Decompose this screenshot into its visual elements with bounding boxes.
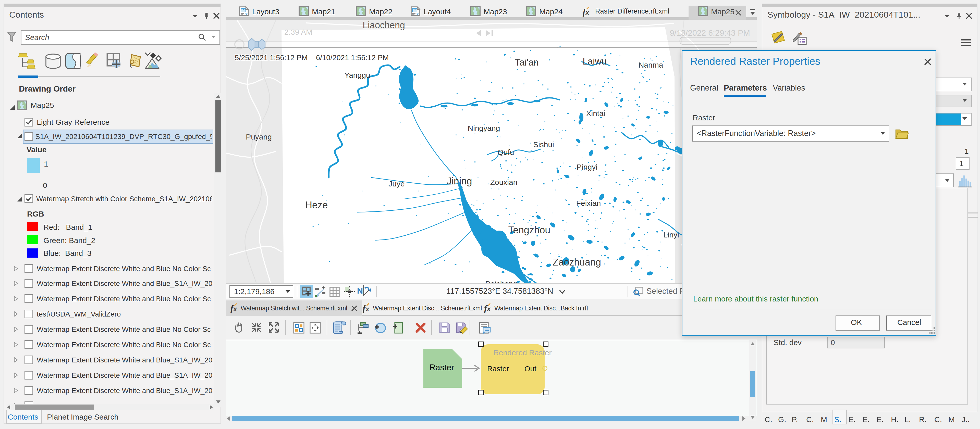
svg-text:Yanggu: Yanggu — [344, 71, 370, 79]
svg-text:Raster: Raster — [429, 363, 454, 372]
svg-text:Jining: Jining — [447, 176, 472, 186]
svg-text:Linyi: Linyi — [663, 230, 679, 239]
svg-text:Sishui: Sishui — [533, 140, 554, 149]
svg-text:9/13/2022 6:29:43 PM: 9/13/2022 6:29:43 PM — [670, 28, 750, 38]
svg-text:Heze: Heze — [305, 200, 328, 210]
svg-text:Xintai: Xintai — [586, 109, 605, 118]
svg-text:Zaozhuang: Zaozhuang — [552, 257, 601, 267]
svg-text:Peicheng: Peicheng — [485, 280, 517, 283]
svg-text:5/25/2021 1:56:12 PM: 5/25/2021 1:56:12 PM — [235, 54, 307, 62]
svg-text:Pingyi: Pingyi — [576, 163, 597, 171]
svg-text:2:39 AM: 2:39 AM — [284, 28, 312, 36]
svg-text:Laiwu: Laiwu — [583, 56, 607, 67]
svg-text:Zouxian: Zouxian — [490, 178, 517, 186]
svg-text:6/10/2021 1:56:12 PM: 6/10/2021 1:56:12 PM — [316, 54, 389, 62]
svg-text:Ningyang: Ningyang — [468, 124, 500, 132]
svg-text:Feixian: Feixian — [576, 199, 601, 207]
svg-text:Juye: Juye — [388, 180, 404, 188]
svg-text:Nanma: Nanma — [638, 61, 663, 69]
svg-text:Puyang: Puyang — [246, 133, 272, 141]
svg-text:Qufu: Qufu — [497, 148, 514, 156]
svg-text:Tai'an: Tai'an — [515, 57, 539, 68]
svg-text:Tengzhou: Tengzhou — [508, 225, 550, 235]
